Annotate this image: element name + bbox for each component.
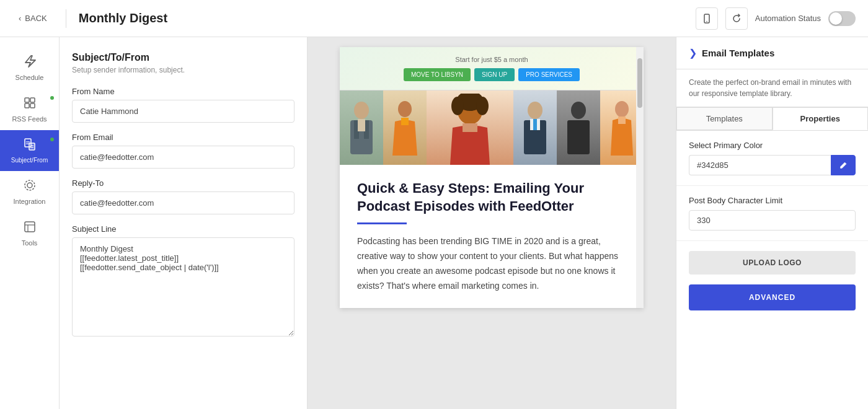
from-email-label: From Email xyxy=(72,133,294,142)
sidebar-item-tools[interactable]: Tools xyxy=(0,213,59,254)
mobile-icon xyxy=(702,14,712,24)
svg-point-13 xyxy=(25,180,35,190)
svg-rect-36 xyxy=(618,117,626,124)
svg-rect-2 xyxy=(25,98,29,102)
person2-silhouette xyxy=(386,97,423,165)
rss-feeds-dot xyxy=(50,96,54,100)
tools-icon xyxy=(23,220,37,235)
svg-point-35 xyxy=(615,101,629,117)
preview-pro-btn[interactable]: PRO SERVICES xyxy=(518,68,580,81)
from-name-label: From Name xyxy=(72,87,294,96)
schedule-label: Schedule xyxy=(16,74,44,81)
char-limit-input[interactable] xyxy=(689,210,856,231)
svg-point-33 xyxy=(571,102,586,119)
upload-logo-button[interactable]: UPLOAD LOGO xyxy=(689,251,856,275)
svg-point-1 xyxy=(706,20,707,22)
svg-rect-32 xyxy=(533,119,537,130)
pencil-icon xyxy=(839,161,848,170)
from-email-field-group: From Email xyxy=(72,133,294,169)
person6-silhouette xyxy=(603,97,640,165)
sidebar-item-subject-from[interactable]: Subject/From xyxy=(0,130,59,171)
sidebar-item-schedule[interactable]: Schedule xyxy=(0,47,59,89)
color-text-input[interactable] xyxy=(689,155,831,175)
rss-feeds-label: RSS Feeds xyxy=(12,115,46,123)
back-label: BACK xyxy=(25,14,46,23)
person5-silhouette xyxy=(560,97,597,165)
right-panel-description: Create the perfect on-brand email in min… xyxy=(676,69,868,107)
integration-label: Integration xyxy=(14,198,46,205)
reply-to-input[interactable] xyxy=(72,191,294,214)
automation-status-label: Automation Status xyxy=(755,14,821,23)
color-input-row xyxy=(689,155,856,175)
preview-image-grid xyxy=(340,90,644,165)
subject-line-textarea[interactable]: Monthly Digest [[feedotter.latest_post_t… xyxy=(72,237,294,336)
automation-toggle[interactable] xyxy=(828,11,856,26)
svg-point-26 xyxy=(451,97,464,115)
back-button[interactable]: ‹ BACK xyxy=(12,10,53,27)
person4-silhouette xyxy=(516,97,554,165)
primary-color-label: Select Primary Color xyxy=(689,141,856,150)
right-panel-header: ❯ Email Templates xyxy=(676,37,868,69)
primary-color-section: Select Primary Color xyxy=(676,131,868,186)
svg-rect-28 xyxy=(463,123,477,132)
preview-divider xyxy=(357,222,407,224)
person1-silhouette xyxy=(343,97,380,165)
preview-banner-text: Start for just $5 a month xyxy=(350,56,634,63)
preview-panel: Start for just $5 a month MOVE TO LIBSYN… xyxy=(308,37,676,409)
svg-rect-21 xyxy=(358,119,365,131)
tab-templates[interactable]: Templates xyxy=(676,107,773,130)
preview-icon-button[interactable] xyxy=(696,7,718,30)
svg-point-17 xyxy=(354,102,369,119)
svg-point-12 xyxy=(27,183,32,188)
lightning-icon xyxy=(23,55,37,70)
preview-signup-btn[interactable]: SIGN UP xyxy=(474,68,515,81)
right-panel: ❯ Email Templates Create the perfect on-… xyxy=(676,37,868,409)
form-section-title: Subject/To/From xyxy=(72,52,294,63)
preview-libsyn-btn[interactable]: MOVE TO LIBSYN xyxy=(404,68,471,81)
subject-from-dot xyxy=(50,138,54,141)
top-header: ‹ BACK Monthly Digest Automation Status xyxy=(0,0,868,37)
refresh-icon xyxy=(732,14,742,24)
from-name-field-group: From Name xyxy=(72,87,294,123)
char-limit-label: Post Body Character Limit xyxy=(689,196,856,205)
form-panel: Subject/To/From Setup sender information… xyxy=(60,37,308,409)
preview-action-buttons: MOVE TO LIBSYN SIGN UP PRO SERVICES xyxy=(350,68,634,81)
svg-rect-34 xyxy=(567,120,590,154)
svg-rect-14 xyxy=(25,222,35,232)
from-name-input[interactable] xyxy=(72,100,294,123)
svg-rect-23 xyxy=(401,118,409,125)
preview-article-content: Quick & Easy Steps: Emailing Your Podcas… xyxy=(340,165,644,308)
person3-silhouette xyxy=(439,94,501,165)
sidebar-item-rss-feeds[interactable]: RSS Feeds xyxy=(0,89,59,130)
svg-rect-9 xyxy=(29,143,35,150)
template-tabs: Templates Properties xyxy=(676,107,868,131)
svg-point-27 xyxy=(476,97,489,115)
document-icon xyxy=(23,138,37,153)
sidebar: Schedule RSS Feeds xyxy=(0,37,60,409)
refresh-icon-button[interactable] xyxy=(725,7,748,30)
color-swatch-button[interactable] xyxy=(831,155,856,175)
preview-article-title: Quick & Easy Steps: Emailing Your Podcas… xyxy=(357,180,626,215)
subject-line-field-group: Subject Line Monthly Digest [[feedotter.… xyxy=(72,224,294,338)
preview-article-body: Podcasting has been trending BIG TIME in… xyxy=(357,234,626,293)
tools-label: Tools xyxy=(22,239,38,247)
reply-to-label: Reply-To xyxy=(72,178,294,188)
expand-icon[interactable]: ❯ xyxy=(689,47,697,59)
advanced-button[interactable]: ADVANCED xyxy=(689,284,856,310)
from-email-input[interactable] xyxy=(72,146,294,169)
form-section-subtitle: Setup sender information, subject. xyxy=(72,66,294,74)
right-panel-title: Email Templates xyxy=(702,48,774,58)
tab-properties[interactable]: Properties xyxy=(773,107,869,130)
sidebar-item-integration[interactable]: Integration xyxy=(0,171,59,213)
subject-from-label: Subject/From xyxy=(11,157,48,164)
back-chevron-icon: ‹ xyxy=(19,14,21,23)
page-title: Monthly Digest xyxy=(79,11,696,25)
email-preview: Start for just $5 a month MOVE TO LIBSYN… xyxy=(340,47,644,308)
rss-icon xyxy=(23,96,37,112)
svg-rect-4 xyxy=(25,103,29,108)
svg-rect-3 xyxy=(30,98,35,102)
header-actions: Automation Status xyxy=(696,7,856,30)
reply-to-field-group: Reply-To xyxy=(72,178,294,214)
integration-icon xyxy=(23,178,37,194)
svg-rect-5 xyxy=(30,103,35,108)
